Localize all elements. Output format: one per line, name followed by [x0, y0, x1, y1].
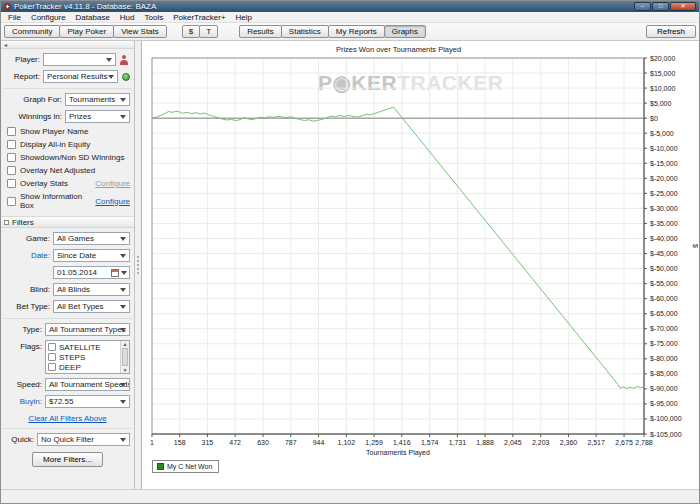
toolbar-button-community[interactable]: Community [4, 25, 60, 38]
svg-text:2,360: 2,360 [560, 439, 578, 446]
maximize-button[interactable]: □ [652, 2, 669, 11]
checkbox-showdown-non-sd-winnings[interactable] [7, 153, 16, 162]
speed-combobox[interactable]: All Tournament Speeds [45, 378, 130, 391]
collapse-box-icon [4, 220, 9, 225]
checkbox-overlay-net-adjusted[interactable] [7, 166, 16, 175]
clear-all-filters-link[interactable]: Clear All Filters Above [28, 414, 106, 423]
svg-text:$0: $0 [650, 115, 658, 122]
calendar-icon[interactable] [111, 269, 119, 277]
flag-option-steps[interactable]: STEPS [47, 352, 120, 362]
sidebar-splitter[interactable] [135, 41, 142, 489]
legend-swatch [157, 463, 164, 470]
filters-header-label: Filters [12, 218, 34, 227]
chevron-down-icon [120, 383, 126, 387]
chevron-down-icon [120, 305, 126, 309]
sidebar-collapse-handle[interactable]: ◂ [1, 41, 134, 49]
close-button[interactable]: ✕ [670, 2, 696, 11]
legend-label: My C Net Won [167, 463, 212, 470]
svg-text:1,416: 1,416 [393, 439, 411, 446]
small-button-group: $T [182, 25, 217, 38]
svg-text:2,788: 2,788 [635, 439, 653, 446]
toolbar-button-t[interactable]: T [199, 25, 218, 38]
toolbar-button-play-poker[interactable]: Play Poker [59, 25, 114, 38]
graph-for-combobox[interactable]: Tournaments [65, 93, 130, 106]
menu-item-tools[interactable]: Tools [140, 12, 169, 23]
svg-text:$-10,000: $-10,000 [650, 145, 678, 152]
tab-graphs[interactable]: Graphs [384, 25, 426, 38]
menu-item-help[interactable]: Help [231, 12, 257, 23]
svg-text:472: 472 [229, 439, 241, 446]
flags-listbox[interactable]: SATELLITESTEPSDEEP ▲ ▼ [45, 340, 130, 374]
svg-text:1: 1 [150, 439, 154, 446]
speed-label: Speed: [4, 380, 42, 389]
scroll-down-icon[interactable]: ▼ [121, 367, 129, 373]
flag-option-deep[interactable]: DEEP [47, 362, 120, 372]
svg-text:$-100,000: $-100,000 [650, 415, 682, 422]
plot-border [152, 58, 644, 434]
toolbar-button-dollar[interactable]: $ [182, 25, 200, 38]
winnings-in-combobox[interactable]: Prizes [65, 110, 130, 123]
game-combobox[interactable]: All Games [53, 232, 130, 245]
checkbox-display-all-in-equity[interactable] [7, 140, 16, 149]
checkbox-row-overlay-stats: Overlay StatsConfigure [7, 179, 130, 188]
toolbar: CommunityPlay PokerView Stats $T Results… [1, 23, 699, 41]
graph-for-label: Graph For: [4, 95, 62, 104]
svg-text:$-90,000: $-90,000 [650, 385, 678, 392]
svg-text:$-5,000: $-5,000 [650, 130, 674, 137]
scrollbar-thumb[interactable] [122, 348, 128, 366]
chart-panel: Prizes Won over Tournaments Played P◉KER… [142, 41, 699, 489]
tab-my-reports[interactable]: My Reports [328, 25, 385, 38]
more-filters-button[interactable]: More Filters... [32, 452, 103, 467]
chevron-down-icon [120, 288, 126, 292]
menu-item-file[interactable]: File [3, 12, 26, 23]
player-person-icon[interactable] [119, 55, 130, 65]
bet-type-combobox[interactable]: All Bet Types [53, 300, 130, 313]
buyin-combobox[interactable]: $72.55 [45, 395, 130, 408]
flag-option-satellite[interactable]: SATELLITE [47, 342, 120, 352]
divider [3, 318, 132, 319]
flag-checkbox[interactable] [48, 343, 56, 351]
player-label: Player: [4, 55, 40, 64]
checkbox-show-player-name[interactable] [7, 127, 16, 136]
flag-checkbox[interactable] [48, 353, 56, 361]
configure-link[interactable]: Configure [95, 197, 130, 206]
date-label: Date: [4, 251, 50, 260]
tab-results[interactable]: Results [239, 25, 282, 38]
menu-item-hud[interactable]: Hud [115, 12, 140, 23]
buyin-label: Buyin: [4, 397, 42, 406]
svg-text:$-65,000: $-65,000 [650, 310, 678, 317]
flags-scrollbar[interactable]: ▲ ▼ [120, 341, 129, 373]
refresh-button[interactable]: Refresh [646, 25, 696, 38]
svg-text:$-40,000: $-40,000 [650, 235, 678, 242]
tournament-type-combobox[interactable]: All Tournament Types [45, 323, 130, 336]
toolbar-button-view-stats[interactable]: View Stats [113, 25, 167, 38]
report-combobox[interactable]: Personal Results [43, 70, 118, 83]
date-combobox[interactable]: Since Date [53, 249, 130, 262]
tab-statistics[interactable]: Statistics [281, 25, 329, 38]
checkbox-row-show-player-name: Show Player Name [7, 127, 130, 136]
svg-text:315: 315 [202, 439, 214, 446]
menu-bar: FileConfigureDatabaseHudToolsPokerTracke… [1, 12, 699, 23]
menu-item-pokertracker[interactable]: PokerTracker+ [168, 12, 230, 23]
winnings-in-label: Winnings in: [4, 112, 62, 121]
flag-checkbox[interactable] [48, 363, 56, 371]
scroll-up-icon[interactable]: ▲ [121, 341, 129, 347]
checkbox-show-information-box[interactable] [7, 197, 16, 206]
date-input[interactable]: 01.05.2014 [53, 266, 130, 279]
svg-text:$-105,000: $-105,000 [650, 431, 682, 438]
menu-item-configure[interactable]: Configure [26, 12, 71, 23]
svg-text:787: 787 [285, 439, 297, 446]
menu-item-database[interactable]: Database [71, 12, 115, 23]
svg-text:1,888: 1,888 [476, 439, 494, 446]
checkbox-overlay-stats[interactable] [7, 179, 16, 188]
chevron-down-icon [120, 400, 126, 404]
chart-grid [152, 58, 644, 434]
svg-text:$-70,000: $-70,000 [650, 325, 678, 332]
svg-text:$-85,000: $-85,000 [650, 370, 678, 377]
player-combobox[interactable] [43, 53, 116, 66]
blind-combobox[interactable]: All Blinds [53, 283, 130, 296]
minimize-button[interactable]: – [634, 2, 651, 11]
filters-section-header[interactable]: Filters [1, 216, 134, 228]
quick-filter-combobox[interactable]: No Quick Filter [37, 433, 130, 446]
options-checkbox-list: Show Player NameDisplay All-in EquitySho… [1, 127, 134, 210]
